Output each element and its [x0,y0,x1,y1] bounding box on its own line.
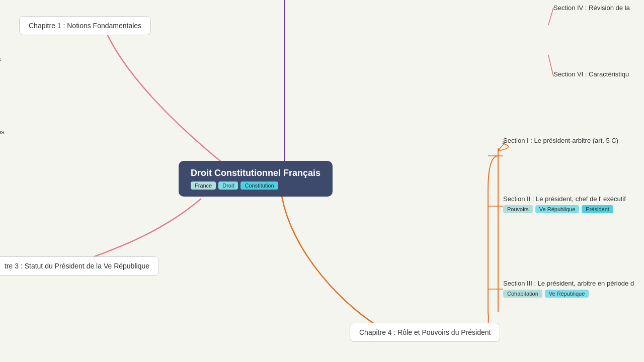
chapitre1-label: Chapitre 1 : Notions Fondamentales [29,22,141,30]
section2-label: Section II : Le président, chef de l' ex… [503,195,626,203]
central-node[interactable]: Droit Constitutionnel Français France Dr… [179,161,333,197]
section3-tags: Cohabitation Ve République [503,290,634,298]
section4-label: Section IV : Révision de la [553,4,630,12]
node-section2[interactable]: Section II : Le président, chef de l' ex… [503,195,626,213]
node-section1[interactable]: Section I : Le président-arbitre (art. 5… [503,137,618,144]
chapitre4-label: Chapitre 4 : Rôle et Pouvoirs du Préside… [359,328,491,336]
node-section3[interactable]: Section III : Le président, arbitre en p… [503,280,634,298]
left-text-2: es [0,128,5,136]
central-tags: France Droit Constitution [191,182,320,190]
tag-droit[interactable]: Droit [218,182,238,190]
section1-label: Section I : Le président-arbitre (art. 5… [503,137,618,144]
tag-constitution[interactable]: Constitution [240,182,278,190]
tag-pouvoirs[interactable]: Pouvoirs [503,205,533,213]
section3-label: Section III : Le président, arbitre en p… [503,280,634,287]
tag-president[interactable]: Président [582,205,613,213]
tag-france[interactable]: France [191,182,216,190]
tag-verepublique-3[interactable]: Ve République [545,290,589,298]
section6-label: Section VI : Caractéristiqu [553,70,629,78]
tag-verepublique-2[interactable]: Ve République [535,205,580,213]
node-chapitre4[interactable]: Chapitre 4 : Rôle et Pouvoirs du Préside… [350,323,500,342]
node-section4[interactable]: Section IV : Révision de la [553,4,630,12]
tag-cohabitation[interactable]: Cohabitation [503,290,542,298]
central-title: Droit Constitutionnel Français [191,168,320,178]
node-section6[interactable]: Section VI : Caractéristiqu [553,70,629,78]
mindmap-canvas: Droit Constitutionnel Français France Dr… [0,0,644,362]
left-text-1: s [0,55,1,63]
section2-tags: Pouvoirs Ve République Président [503,205,626,213]
chapitre3-label: tre 3 : Statut du Président de la Ve Rép… [5,262,149,270]
node-chapitre3[interactable]: tre 3 : Statut du Président de la Ve Rép… [0,256,159,276]
node-chapitre1[interactable]: Chapitre 1 : Notions Fondamentales [19,16,151,35]
